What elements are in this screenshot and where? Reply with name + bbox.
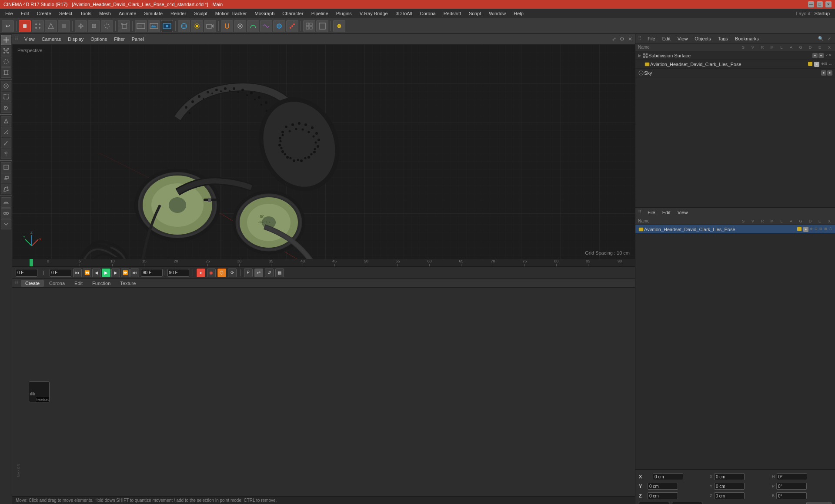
tool-rect-selection[interactable] xyxy=(1,92,11,102)
obj-vis-btn-subdivision[interactable]: ● xyxy=(812,53,818,58)
prev-key-button[interactable]: ◀ xyxy=(92,269,101,277)
attr-tag-3[interactable]: ⊟ xyxy=(819,227,822,232)
coord-z-rot-input[interactable] xyxy=(714,492,745,499)
menu-motion-tracker[interactable]: Motion Tracker xyxy=(212,10,250,17)
obj-search-icon[interactable]: 🔍 xyxy=(817,35,825,42)
attr-tag-5[interactable]: ⬡ xyxy=(829,227,832,232)
attr-menu-view[interactable]: View xyxy=(675,209,691,216)
viewport-settings-icon[interactable]: ⚙ xyxy=(620,36,625,42)
menu-mograph[interactable]: MoGraph xyxy=(251,10,278,17)
menu-vray-bridge[interactable]: V-Ray Bridge xyxy=(356,10,391,17)
soft-body-button[interactable] xyxy=(273,20,285,32)
prev-frame-button[interactable]: ⏪ xyxy=(83,269,91,277)
cloner-button[interactable] xyxy=(286,20,298,32)
coord-h-input[interactable] xyxy=(777,473,807,480)
obj-menu-view[interactable]: View xyxy=(675,35,691,42)
tool-polygon-pen[interactable] xyxy=(1,116,11,126)
menu-help[interactable]: Help xyxy=(510,10,527,17)
viewport-close-icon[interactable]: ✕ xyxy=(628,36,632,42)
coord-p-input[interactable] xyxy=(776,483,807,490)
single-view-button[interactable] xyxy=(316,20,328,32)
render-active-button[interactable] xyxy=(161,20,173,32)
tool-bevel[interactable] xyxy=(1,184,11,194)
deform-button[interactable] xyxy=(260,20,272,32)
coord-y-rot-input[interactable] xyxy=(714,483,745,490)
camera-button[interactable] xyxy=(204,20,216,32)
viewport-menu-cameras[interactable]: Cameras xyxy=(39,36,64,43)
obj-row-sky[interactable]: Sky ● ● xyxy=(635,69,835,77)
menu-character[interactable]: Character xyxy=(279,10,307,17)
viewport-menu-filter[interactable]: Filter xyxy=(111,36,127,43)
viewport-menu-panel[interactable]: Panel xyxy=(129,36,147,43)
new-cube-button[interactable] xyxy=(118,20,130,32)
tool-brush[interactable] xyxy=(1,138,11,148)
obj-checkmark-icon[interactable]: ✓ xyxy=(826,35,832,42)
quad-view-button[interactable] xyxy=(303,20,315,32)
render-region-button[interactable] xyxy=(135,20,147,32)
obj-vis-btn-sky[interactable]: ● xyxy=(821,70,826,76)
obj-row-headset[interactable]: Aviation_Headset_David_Clark_Lies_Pose ●… xyxy=(635,60,835,69)
menu-select[interactable]: Select xyxy=(56,10,76,17)
magnet-button[interactable] xyxy=(221,20,233,32)
obj-menu-file[interactable]: File xyxy=(645,35,658,42)
attr-menu-edit[interactable]: Edit xyxy=(660,209,673,216)
obj-menu-edit[interactable]: Edit xyxy=(660,35,673,42)
tool-move[interactable] xyxy=(1,35,11,45)
light-setup-button[interactable] xyxy=(333,20,345,32)
tool-knife[interactable] xyxy=(1,127,11,137)
coord-x-rot-input[interactable] xyxy=(714,473,745,480)
mode-polygons-button[interactable] xyxy=(58,20,70,32)
current-frame-input[interactable] xyxy=(16,269,37,277)
end-frame-input[interactable] xyxy=(141,269,163,277)
btab-create[interactable]: Create xyxy=(21,280,44,287)
tool-transform[interactable] xyxy=(1,67,11,78)
record-button[interactable]: ● xyxy=(197,269,205,277)
tool-rotate[interactable] xyxy=(1,56,11,67)
start-frame-input[interactable] xyxy=(50,269,71,277)
coord-y-pos-input[interactable] xyxy=(648,483,678,490)
obj-render-btn-sky[interactable]: ● xyxy=(827,70,832,76)
coord-b-input[interactable] xyxy=(776,492,807,499)
menu-3dtoall[interactable]: 3DToAll xyxy=(392,10,416,17)
selection-filter-button[interactable] xyxy=(234,20,246,32)
btab-corona[interactable]: Corona xyxy=(45,280,69,287)
tool-weld[interactable] xyxy=(1,208,11,219)
attr-tag-2[interactable]: ⊡ xyxy=(815,227,818,232)
tool-live-selection[interactable] xyxy=(1,81,11,91)
world-dropdown[interactable]: World ▼ xyxy=(639,502,669,504)
auto-key-button[interactable]: ◉ xyxy=(207,269,216,277)
loop-button[interactable]: ↺ xyxy=(265,269,274,277)
menu-mesh[interactable]: Mesh xyxy=(96,10,114,17)
obj-row-subdivision[interactable]: ▶ Subdivision Surface ● ● ✓✕ xyxy=(635,51,835,60)
mode-points-button[interactable] xyxy=(32,20,44,32)
jump-to-start-button[interactable]: ⏮ xyxy=(73,269,82,277)
menu-pipeline[interactable]: Pipeline xyxy=(308,10,332,17)
obj-menu-objects[interactable]: Objects xyxy=(692,35,713,42)
undo-button[interactable]: ↩ xyxy=(2,20,14,32)
render-view-button[interactable] xyxy=(148,20,160,32)
attr-tag-1[interactable]: ⊕ xyxy=(810,227,813,232)
viewport-menu-display[interactable]: Display xyxy=(65,36,86,43)
tool-smooth[interactable] xyxy=(1,197,11,208)
tool-scale[interactable] xyxy=(1,46,11,56)
menu-edit[interactable]: Edit xyxy=(17,10,33,17)
rotate-tool-button[interactable] xyxy=(101,20,113,32)
menu-script[interactable]: Script xyxy=(465,10,484,17)
mode-edges-button[interactable] xyxy=(45,20,57,32)
mode-object-button[interactable] xyxy=(19,20,31,32)
obj-menu-bookmarks[interactable]: Bookmarks xyxy=(732,35,762,42)
menu-sculpt[interactable]: Sculpt xyxy=(190,10,211,17)
menu-corona[interactable]: Corona xyxy=(417,10,439,17)
apply-button[interactable]: Apply xyxy=(806,502,832,504)
menu-simulate[interactable]: Simulate xyxy=(140,10,166,17)
viewport[interactable]: Perspective Grid Spacing : 10 cm X Y Z xyxy=(12,44,635,259)
btab-edit[interactable]: Edit xyxy=(70,280,87,287)
obj-vis-btn-headset[interactable]: ● xyxy=(814,62,819,67)
viewport-menu-options[interactable]: Options xyxy=(88,36,110,43)
scale-dropdown[interactable]: Scale ▼ xyxy=(672,502,702,504)
coord-z-pos-input[interactable] xyxy=(648,492,678,499)
next-frame-button[interactable]: ⏩ xyxy=(121,269,130,277)
close-button[interactable]: ✕ xyxy=(825,1,832,7)
spline-tool-button[interactable] xyxy=(247,20,259,32)
tool-extrude[interactable] xyxy=(1,173,11,183)
